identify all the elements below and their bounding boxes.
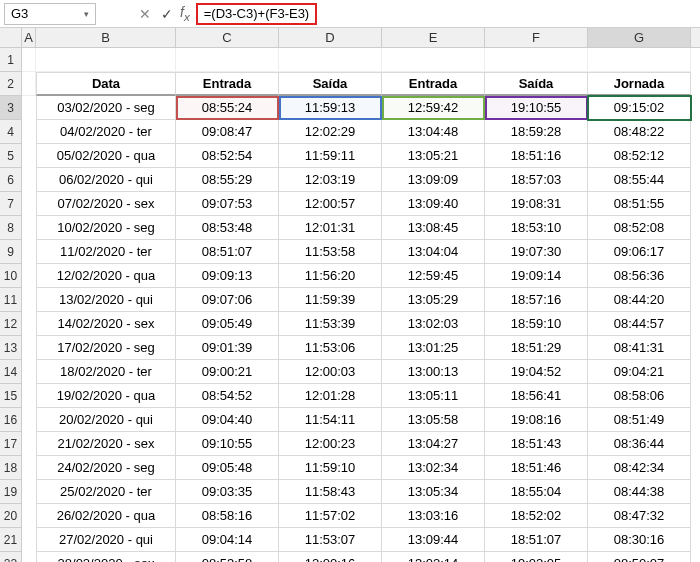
row-header[interactable]: 15 (0, 384, 22, 408)
cell[interactable] (22, 336, 36, 360)
cell[interactable] (22, 216, 36, 240)
cell[interactable]: 09:05:48 (176, 456, 279, 480)
cancel-icon[interactable]: ✕ (134, 3, 156, 25)
cell[interactable]: 13:02:34 (382, 456, 485, 480)
cell[interactable]: 13:09:09 (382, 168, 485, 192)
cell[interactable]: 12:59:45 (382, 264, 485, 288)
cell[interactable]: 11:53:07 (279, 528, 382, 552)
row-header[interactable]: 2 (0, 72, 22, 96)
cell[interactable]: 25/02/2020 - ter (36, 480, 176, 504)
formula-input[interactable]: =(D3-C3)+(F3-E3) (196, 3, 317, 25)
cell[interactable]: 12:00:57 (279, 192, 382, 216)
cell[interactable]: 04/02/2020 - ter (36, 120, 176, 144)
cell[interactable]: 09:07:53 (176, 192, 279, 216)
cell[interactable]: 18:51:07 (485, 528, 588, 552)
chevron-down-icon[interactable]: ▾ (84, 9, 89, 19)
row-header[interactable]: 11 (0, 288, 22, 312)
table-header[interactable]: Saída (279, 72, 382, 96)
cell[interactable]: 11:59:39 (279, 288, 382, 312)
cell[interactable]: 18:51:43 (485, 432, 588, 456)
table-header[interactable]: Entrada (382, 72, 485, 96)
cell[interactable]: 07/02/2020 - sex (36, 192, 176, 216)
fx-icon[interactable]: fx (180, 4, 190, 23)
cell[interactable]: 11:59:11 (279, 144, 382, 168)
cell[interactable]: 13:09:44 (382, 528, 485, 552)
cell[interactable]: 13:05:34 (382, 480, 485, 504)
cell[interactable]: 27/02/2020 - qui (36, 528, 176, 552)
cell[interactable]: 18:57:16 (485, 288, 588, 312)
cell[interactable]: 19:02:05 (485, 552, 588, 562)
cell[interactable]: 09:03:35 (176, 480, 279, 504)
cell[interactable] (22, 384, 36, 408)
cell[interactable] (22, 288, 36, 312)
cell[interactable]: 13:04:04 (382, 240, 485, 264)
cell[interactable]: 08:48:22 (588, 120, 691, 144)
cell[interactable]: 19:07:30 (485, 240, 588, 264)
select-all-corner[interactable] (0, 28, 22, 47)
cell[interactable]: 11:59:13 (279, 96, 382, 120)
cell[interactable]: 11:56:20 (279, 264, 382, 288)
col-header-F[interactable]: F (485, 28, 588, 47)
col-header-G[interactable]: G (588, 28, 691, 47)
cell[interactable]: 09:07:06 (176, 288, 279, 312)
cell[interactable] (22, 528, 36, 552)
cell[interactable]: 09:04:40 (176, 408, 279, 432)
cell[interactable]: 13:09:40 (382, 192, 485, 216)
cell[interactable]: 08:42:34 (588, 456, 691, 480)
table-header[interactable] (22, 72, 36, 96)
cell[interactable]: 18:55:04 (485, 480, 588, 504)
cell[interactable]: 08:41:31 (588, 336, 691, 360)
row-header[interactable]: 17 (0, 432, 22, 456)
row-header[interactable]: 21 (0, 528, 22, 552)
col-header-B[interactable]: B (36, 28, 176, 47)
cell[interactable]: 08:44:20 (588, 288, 691, 312)
cell[interactable]: 19:04:52 (485, 360, 588, 384)
row-header[interactable]: 10 (0, 264, 22, 288)
cell[interactable]: 28/02/2020 - sex (36, 552, 176, 562)
cell[interactable]: 09:15:02 (588, 96, 691, 120)
row-header[interactable]: 1 (0, 48, 22, 72)
col-header-E[interactable]: E (382, 28, 485, 47)
row-header[interactable]: 6 (0, 168, 22, 192)
row-header[interactable]: 9 (0, 240, 22, 264)
col-header-C[interactable]: C (176, 28, 279, 47)
cell[interactable]: 13:01:25 (382, 336, 485, 360)
cell[interactable]: 13:00:13 (382, 360, 485, 384)
cell[interactable]: 08:51:49 (588, 408, 691, 432)
cell[interactable] (22, 480, 36, 504)
cell[interactable]: 11:59:10 (279, 456, 382, 480)
cell[interactable]: 13:03:16 (382, 504, 485, 528)
cell[interactable]: 13:04:48 (382, 120, 485, 144)
cell[interactable]: 21/02/2020 - sex (36, 432, 176, 456)
cell[interactable]: 08:52:12 (588, 144, 691, 168)
cell[interactable]: 12:02:29 (279, 120, 382, 144)
cell[interactable] (36, 48, 176, 72)
cell[interactable]: 19:10:55 (485, 96, 588, 120)
cell[interactable]: 11:53:39 (279, 312, 382, 336)
cell[interactable]: 08:47:32 (588, 504, 691, 528)
cell[interactable]: 18:51:46 (485, 456, 588, 480)
cell[interactable]: 08:53:48 (176, 216, 279, 240)
cell[interactable]: 11:57:02 (279, 504, 382, 528)
cell[interactable]: 09:09:13 (176, 264, 279, 288)
cell[interactable] (22, 168, 36, 192)
cell[interactable]: 13:05:11 (382, 384, 485, 408)
cell[interactable] (22, 264, 36, 288)
row-header[interactable]: 12 (0, 312, 22, 336)
cell[interactable]: 12:59:42 (382, 96, 485, 120)
cell[interactable]: 08:51:07 (176, 240, 279, 264)
cell[interactable]: 12:01:28 (279, 384, 382, 408)
cell[interactable]: 11/02/2020 - ter (36, 240, 176, 264)
cell[interactable]: 18:51:16 (485, 144, 588, 168)
cell[interactable] (22, 312, 36, 336)
cell[interactable]: 14/02/2020 - sex (36, 312, 176, 336)
cell[interactable]: 11:53:06 (279, 336, 382, 360)
cell[interactable]: 18/02/2020 - ter (36, 360, 176, 384)
cell[interactable] (22, 456, 36, 480)
row-header[interactable]: 19 (0, 480, 22, 504)
cell[interactable]: 13:08:45 (382, 216, 485, 240)
cell[interactable]: 09:01:39 (176, 336, 279, 360)
cell[interactable]: 13/02/2020 - qui (36, 288, 176, 312)
cell[interactable] (22, 360, 36, 384)
cell[interactable]: 09:04:14 (176, 528, 279, 552)
